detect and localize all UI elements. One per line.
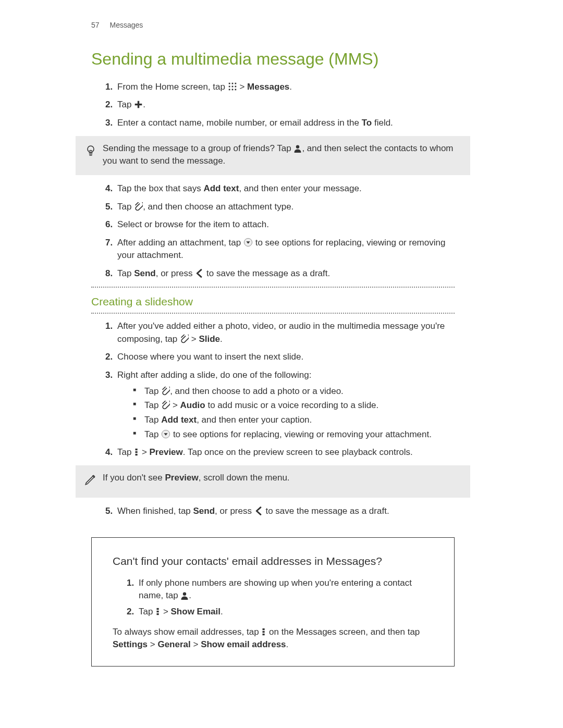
pencil-icon (83, 472, 99, 490)
slide-step-5: When finished, tap Send, or press to sav… (115, 505, 455, 518)
bullet-1: Tap , and then choose to add a photo or … (133, 385, 455, 398)
step-5: Tap , and then choose an attachment type… (115, 201, 455, 214)
note-body: If you don't see Preview, scroll down th… (103, 472, 455, 485)
divider-bottom (91, 313, 455, 314)
page-header: 57 Messages (91, 20, 455, 30)
lightbulb-icon (83, 142, 99, 161)
dropdown-icon (161, 429, 170, 439)
slide-step-3: Right after adding a slide, do one of th… (115, 369, 455, 441)
box-steps: If only phone numbers are showing up whe… (113, 577, 435, 619)
back-icon (254, 507, 263, 515)
paperclip-icon (161, 387, 170, 396)
step-3: Enter a contact name, mobile number, or … (115, 117, 455, 130)
page-title: Sending a multimedia message (MMS) (91, 47, 455, 71)
slide-step-2: Choose where you want to insert the next… (115, 351, 455, 364)
overflow-menu-icon (155, 607, 161, 616)
steps-slideshow-after: When finished, tap Send, or press to sav… (91, 505, 455, 518)
overflow-menu-icon (134, 448, 139, 456)
box-step-2: Tap > Show Email. (137, 606, 435, 619)
steps-main-1: From the Home screen, tap > Messages. Ta… (91, 81, 455, 130)
bullet-3: Tap Add text, and then enter your captio… (133, 414, 455, 427)
step-1: From the Home screen, tap > Messages. (115, 81, 455, 94)
divider-top (91, 287, 455, 288)
step-7: After adding an attachment, tap to see o… (115, 237, 455, 262)
steps-slideshow: After you've added either a photo, video… (91, 320, 455, 459)
tip-body: Sending the message to a group of friend… (103, 142, 455, 168)
box-step-1: If only phone numbers are showing up whe… (137, 577, 435, 602)
step-6: Select or browse for the item to attach. (115, 218, 455, 231)
page-number: 57 (91, 21, 100, 29)
paperclip-icon (161, 401, 170, 410)
step-8: Tap Send, or press to save the message a… (115, 267, 455, 280)
note-callout: If you don't see Preview, scroll down th… (76, 465, 470, 498)
step-2: Tap . (115, 98, 455, 112)
box-heading: Can't find your contacts' email addresse… (113, 553, 435, 569)
steps-main-2: Tap the box that says Add text, and then… (91, 182, 455, 280)
subheading-slideshow: Creating a slideshow (91, 294, 455, 310)
person-icon (293, 144, 302, 153)
paperclip-icon (134, 202, 143, 211)
box-footer: To always show email addresses, tap on t… (113, 626, 435, 651)
apps-grid-icon (228, 82, 237, 91)
plus-icon (134, 100, 143, 109)
paperclip-icon (180, 335, 189, 343)
overflow-menu-icon (261, 627, 266, 636)
slide-step-1: After you've added either a photo, video… (115, 320, 455, 346)
slide-bullets: Tap , and then choose to add a photo or … (117, 385, 455, 441)
dropdown-icon (243, 238, 253, 247)
sidebar-box: Can't find your contacts' email addresse… (91, 537, 455, 667)
step-4: Tap the box that says Add text, and then… (115, 182, 455, 195)
slide-step-4: Tap > Preview. Tap once on the preview s… (115, 446, 455, 459)
tip-callout: Sending the message to a group of friend… (76, 136, 470, 175)
back-icon (195, 269, 204, 278)
bullet-4: Tap to see options for replacing, viewin… (133, 428, 455, 441)
section-name: Messages (109, 21, 143, 29)
bullet-2: Tap > Audio to add music or a voice reco… (133, 399, 455, 412)
person-icon (180, 591, 189, 600)
